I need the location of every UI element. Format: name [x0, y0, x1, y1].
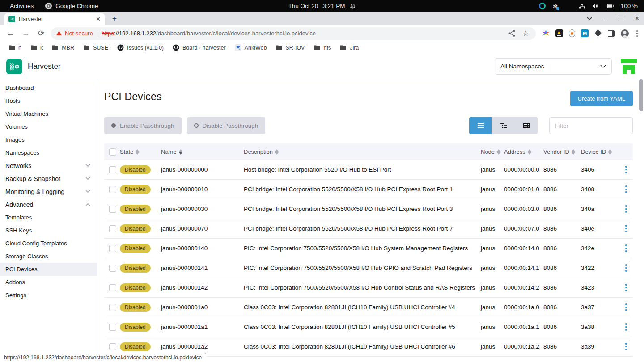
activities-button[interactable]: Activities: [10, 3, 34, 9]
table-row[interactable]: Disabled janus-000000140 PIC: Intel Corp…: [104, 239, 633, 258]
forward-button[interactable]: →: [21, 29, 31, 38]
row-actions-menu-icon[interactable]: [619, 262, 633, 274]
sidebar-item-backup-snapshot[interactable]: Backup & Snapshot: [0, 172, 97, 185]
bookmark-item[interactable]: AnkiWeb: [231, 43, 271, 52]
sidebar-item-images[interactable]: Images: [0, 133, 97, 146]
profile-avatar[interactable]: [621, 29, 629, 38]
sidebar-item-volumes[interactable]: Volumes: [0, 120, 97, 133]
rancher-app-icon[interactable]: [621, 59, 637, 74]
extension-dark-icon[interactable]: [555, 29, 563, 37]
scrollbar-thumb[interactable]: [639, 79, 643, 111]
sidebar-item-cloud-config-templates[interactable]: Cloud Config Templates: [0, 237, 97, 250]
column-header-device-id[interactable]: Device ID: [581, 148, 619, 155]
sidebar-item-ssh-keys[interactable]: SSH Keys: [0, 224, 97, 237]
row-actions-menu-icon[interactable]: [619, 321, 633, 333]
sidebar-item-monitoring-logging[interactable]: Monitoring & Logging: [0, 185, 97, 198]
bookmark-item[interactable]: Board · harvester: [169, 43, 230, 52]
row-actions-menu-icon[interactable]: [619, 341, 633, 352]
row-actions-menu-icon[interactable]: [619, 282, 633, 293]
focused-app-indicator[interactable]: Google Chrome: [45, 3, 98, 9]
side-panel-icon[interactable]: [608, 30, 615, 37]
enable-passthrough-button[interactable]: Enable Passthrough: [104, 117, 182, 134]
column-header-node[interactable]: Node: [481, 148, 504, 155]
table-row[interactable]: Disabled janus-000000030 PCI bridge: Int…: [104, 199, 633, 219]
harvester-logo[interactable]: [6, 59, 22, 74]
row-actions-menu-icon[interactable]: [619, 184, 633, 195]
row-checkbox[interactable]: [109, 284, 116, 291]
extensions-puzzle-icon[interactable]: [594, 29, 602, 37]
bookmark-item[interactable]: k: [26, 43, 47, 52]
back-button[interactable]: ←: [5, 29, 16, 38]
select-all-checkbox[interactable]: [109, 148, 116, 156]
table-row[interactable]: Disabled janus-0000001a1 Class 0C03: Int…: [104, 317, 633, 337]
row-actions-menu-icon[interactable]: [619, 164, 633, 175]
sidebar-item-networks[interactable]: Networks: [0, 159, 97, 172]
row-checkbox[interactable]: [109, 206, 116, 213]
extension-colorful-icon[interactable]: [542, 29, 550, 37]
filter-input[interactable]: [549, 117, 633, 134]
column-header-name[interactable]: Name: [161, 148, 244, 155]
namespace-select[interactable]: All Namespaces: [495, 58, 612, 75]
battery-icon[interactable]: [605, 4, 614, 8]
column-header-vendor-id[interactable]: Vendor ID: [543, 148, 581, 155]
app-indicator-ring-icon[interactable]: [539, 3, 546, 9]
column-header-state[interactable]: State: [120, 148, 161, 155]
sidebar-item-namespaces[interactable]: Namespaces: [0, 146, 97, 159]
bookmark-item[interactable]: Jira: [336, 43, 363, 52]
row-actions-menu-icon[interactable]: [619, 223, 633, 234]
create-from-yaml-button[interactable]: Create from YAML: [570, 91, 633, 106]
bookmark-item[interactable]: Issues (v1.1.0): [113, 43, 168, 52]
extension-oval-icon[interactable]: [569, 29, 575, 37]
share-icon[interactable]: [508, 29, 516, 37]
row-checkbox[interactable]: [109, 324, 116, 331]
row-actions-menu-icon[interactable]: [619, 243, 633, 254]
reload-button[interactable]: ⟳: [36, 29, 47, 38]
sidebar-item-addons[interactable]: Addons: [0, 276, 97, 289]
sidebar-item-advanced[interactable]: Advanced: [0, 198, 97, 211]
table-row[interactable]: Disabled janus-0000001a0 Class 0C03: Int…: [104, 298, 633, 317]
window-minimize-button[interactable]: –: [604, 16, 607, 21]
sidebar-item-dashboard[interactable]: Dashboard: [0, 81, 97, 94]
volume-icon[interactable]: [592, 3, 599, 9]
row-checkbox[interactable]: [109, 265, 116, 272]
bookmark-item[interactable]: nfs: [309, 43, 335, 52]
sidebar-item-hosts[interactable]: Hosts: [0, 94, 97, 107]
row-checkbox[interactable]: [109, 225, 116, 232]
sidebar-item-pci-devices[interactable]: PCI Devices: [0, 263, 97, 276]
disable-passthrough-button[interactable]: Disable Passthrough: [187, 117, 266, 134]
wired-network-icon[interactable]: [579, 3, 586, 9]
table-row[interactable]: Disabled janus-000000142 PIC: Intel Corp…: [104, 278, 633, 298]
bookmark-item[interactable]: MBR: [48, 43, 78, 52]
app-indicator-snowflake-icon[interactable]: ✻: [552, 3, 559, 10]
bookmark-item[interactable]: SUSE: [79, 43, 112, 52]
tab-close-button[interactable]: ✕: [96, 16, 101, 22]
extension-m-icon[interactable]: M: [581, 29, 589, 37]
table-row[interactable]: Disabled janus-000000141 PIC: Intel Corp…: [104, 258, 633, 278]
address-bar[interactable]: Not secure https ://192.168.1.232 /dashb…: [51, 27, 536, 40]
tab-search-chevron-icon[interactable]: [587, 17, 592, 21]
column-header-address[interactable]: Address: [504, 148, 543, 155]
row-checkbox[interactable]: [109, 343, 116, 350]
clock[interactable]: Thu Oct 20 3:21 PM: [288, 3, 356, 9]
table-row[interactable]: Disabled janus-000000070 PCI bridge: Int…: [104, 219, 633, 239]
table-row[interactable]: Disabled janus-000000000 Host bridge: In…: [104, 160, 633, 180]
bookmark-item[interactable]: h: [4, 43, 25, 52]
view-list-button[interactable]: [469, 117, 492, 134]
sidebar-item-virtual-machines[interactable]: Virtual Machines: [0, 107, 97, 120]
bookmark-item[interactable]: SR-IOV: [271, 43, 309, 52]
row-actions-menu-icon[interactable]: [619, 302, 633, 313]
sidebar-item-settings[interactable]: Settings: [0, 289, 97, 302]
view-grouped-button[interactable]: [492, 117, 515, 134]
browser-menu-icon[interactable]: [635, 29, 640, 38]
table-row[interactable]: Disabled janus-000000010 PCI bridge: Int…: [104, 180, 633, 199]
column-header-description[interactable]: Description: [244, 148, 481, 155]
window-close-button[interactable]: ✕: [635, 16, 640, 21]
window-restore-button[interactable]: [619, 17, 623, 21]
new-tab-button[interactable]: +: [109, 13, 120, 25]
row-checkbox[interactable]: [109, 166, 116, 173]
bookmark-star-icon[interactable]: ☆: [522, 29, 530, 37]
view-table-button[interactable]: [515, 117, 538, 134]
row-actions-menu-icon[interactable]: [619, 203, 633, 215]
not-secure-label[interactable]: Not secure: [65, 30, 93, 37]
row-checkbox[interactable]: [109, 304, 116, 311]
